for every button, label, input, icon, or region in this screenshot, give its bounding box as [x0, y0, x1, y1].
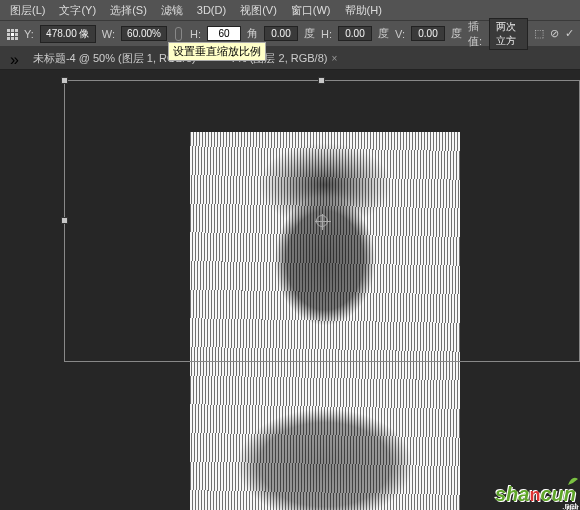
w-field[interactable]: 60.00% — [121, 26, 167, 41]
transform-bounding-box[interactable] — [64, 80, 580, 362]
interp-dropdown[interactable]: 两次立方 — [489, 18, 528, 50]
y-label: Y: — [24, 28, 34, 40]
h-tooltip: 设置垂直缩放比例 — [168, 42, 266, 61]
document-tabs: » 未标题-4 @ 50% (图层 1, RGB/8) *× 7% (图层 2,… — [0, 46, 580, 70]
cancel-icon[interactable]: ⊘ — [550, 27, 559, 41]
svg-rect-2 — [15, 29, 18, 32]
menu-3d[interactable]: 3D(D) — [191, 2, 232, 18]
svg-rect-1 — [11, 29, 14, 32]
y-field[interactable]: 478.00 像 — [40, 25, 96, 43]
canvas-area[interactable] — [0, 70, 580, 510]
skew-h-label: H: — [321, 28, 332, 40]
menu-filter[interactable]: 滤镜 — [155, 1, 189, 20]
svg-rect-8 — [15, 37, 18, 40]
menu-help[interactable]: 帮助(H) — [339, 1, 388, 20]
skew-v-label: V: — [395, 28, 405, 40]
warp-icon[interactable]: ⬚ — [534, 27, 544, 41]
angle-field[interactable]: 0.00 — [264, 26, 298, 41]
menu-layer[interactable]: 图层(L) — [4, 1, 51, 20]
menu-type[interactable]: 文字(Y) — [53, 1, 102, 20]
transform-handle[interactable] — [318, 77, 325, 84]
skew-h-field[interactable]: 0.00 — [338, 26, 372, 41]
tab-nav-icon[interactable]: » — [10, 51, 19, 69]
svg-rect-5 — [15, 33, 18, 36]
menu-view[interactable]: 视图(V) — [234, 1, 283, 20]
commit-icon[interactable]: ✓ — [565, 27, 574, 41]
svg-rect-4 — [11, 33, 14, 36]
transform-center-icon[interactable] — [316, 215, 328, 227]
h-label: H: — [190, 28, 201, 40]
leaf-icon — [566, 473, 580, 487]
options-bar: Y: 478.00 像 W: 60.00% H: 60 角 0.00 度 H: … — [0, 20, 580, 46]
skew-v-unit: 度 — [451, 26, 462, 41]
transform-handle[interactable] — [61, 77, 68, 84]
menu-window[interactable]: 窗口(W) — [285, 1, 337, 20]
skew-v-field[interactable]: 0.00 — [411, 26, 445, 41]
svg-rect-7 — [11, 37, 14, 40]
close-icon[interactable]: × — [331, 53, 337, 64]
skew-h-unit: 度 — [378, 26, 389, 41]
interp-label: 插值: — [468, 19, 483, 49]
svg-rect-3 — [7, 33, 10, 36]
angle-label: 角 — [247, 26, 258, 41]
angle-unit: 度 — [304, 26, 315, 41]
watermark: shancun .net — [495, 483, 576, 506]
transform-handle[interactable] — [61, 217, 68, 224]
link-icon[interactable] — [175, 27, 182, 41]
menu-select[interactable]: 选择(S) — [104, 1, 153, 20]
anchor-icon[interactable] — [6, 27, 18, 41]
svg-rect-6 — [7, 37, 10, 40]
w-label: W: — [102, 28, 115, 40]
h-field[interactable]: 60 — [207, 26, 241, 41]
svg-rect-0 — [7, 29, 10, 32]
